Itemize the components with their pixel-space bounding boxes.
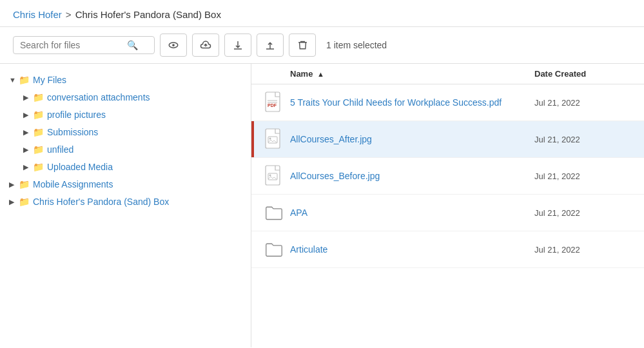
- sidebar-item-mobile-assignments[interactable]: ▶ 📁 Mobile Assignments: [6, 176, 244, 193]
- file-name: AllCourses_After.jpg: [290, 134, 372, 144]
- file-name-cell: AllCourses_After.jpg: [264, 128, 534, 151]
- cloud-icon: [199, 39, 212, 51]
- sidebar-label-submissions: Submissions: [47, 126, 98, 139]
- file-icon: PDF: [264, 91, 284, 114]
- delete-button[interactable]: [289, 34, 316, 57]
- sidebar-label-unfiled: unfiled: [47, 143, 73, 157]
- my-files-children: ▶ 📁 conversation attachments ▶ 📁 profile…: [6, 89, 244, 176]
- file-date: Jul 21, 2022: [534, 245, 631, 255]
- svg-rect-6: [266, 129, 280, 148]
- toolbar: 🔍 1 item selected: [0, 27, 644, 64]
- folder-icon-unfiled: 📁: [33, 143, 44, 157]
- file-icon: [264, 164, 284, 188]
- file-row[interactable]: APA Jul 21, 2022: [251, 195, 644, 231]
- selected-count: 1 item selected: [326, 40, 387, 50]
- sidebar-item-uploaded-media[interactable]: ▶ 📁 Uploaded Media: [21, 159, 244, 176]
- sidebar-label-uploaded: Uploaded Media: [47, 160, 113, 174]
- main-content: ▼ 📁 My Files ▶ 📁 conversation attachment…: [0, 64, 644, 347]
- breadcrumb-separator: >: [66, 9, 72, 20]
- date-column-header: Date Created: [534, 69, 631, 79]
- sidebar-item-submissions[interactable]: ▶ 📁 Submissions: [21, 124, 244, 141]
- name-column-header[interactable]: Name ▲: [290, 69, 534, 79]
- folder-icon-my-files: 📁: [19, 73, 30, 87]
- sidebar-item-conversation-attachments[interactable]: ▶ 📁 conversation attachments: [21, 89, 244, 106]
- file-name-cell: PDF 5 Traits Your Child Needs for Workpl…: [264, 91, 534, 114]
- breadcrumb: Chris Hofer > Chris Hofer's Pandora (San…: [0, 0, 644, 27]
- file-name: AllCourses_Before.jpg: [290, 171, 380, 181]
- sidebar-label-my-files: My Files: [33, 73, 66, 87]
- breadcrumb-current: Chris Hofer's Pandora (Sand) Box: [75, 9, 221, 20]
- caret-pandora: ▶: [9, 197, 15, 208]
- file-list: Name ▲ Date Created PDF 5 Traits Your Ch…: [251, 64, 644, 347]
- upload-button[interactable]: [257, 34, 284, 57]
- file-row[interactable]: AllCourses_Before.jpg Jul 21, 2022: [251, 158, 644, 195]
- upload-icon: [264, 39, 276, 51]
- view-button[interactable]: [160, 34, 187, 57]
- file-name: Articulate: [290, 244, 327, 255]
- file-icon: [264, 201, 284, 224]
- svg-point-11: [269, 175, 271, 177]
- folder-icon-submissions: 📁: [33, 126, 44, 139]
- folder-icon-pandora: 📁: [19, 195, 30, 209]
- sidebar-item-profile-pictures[interactable]: ▶ 📁 profile pictures: [21, 106, 244, 124]
- caret-uploaded: ▶: [23, 162, 30, 173]
- svg-point-1: [172, 44, 175, 46]
- caret-conv: ▶: [23, 92, 30, 103]
- file-name-cell: APA: [264, 201, 534, 224]
- file-list-header: Name ▲ Date Created: [251, 64, 644, 84]
- trash-icon: [297, 39, 308, 51]
- file-date: Jul 21, 2022: [534, 135, 631, 144]
- sidebar-label-conv: conversation attachments: [47, 91, 150, 104]
- file-row[interactable]: AllCourses_After.jpg Jul 21, 2022: [251, 121, 644, 158]
- file-date: Jul 21, 2022: [534, 171, 631, 181]
- file-row[interactable]: Articulate Jul 21, 2022: [251, 231, 644, 268]
- sort-arrow: ▲: [317, 70, 324, 78]
- sidebar-item-my-files[interactable]: ▼ 📁 My Files: [6, 72, 244, 89]
- sidebar-item-unfiled[interactable]: ▶ 📁 unfiled: [21, 141, 244, 159]
- sidebar-item-pandora-box[interactable]: ▶ 📁 Chris Hofer's Pandora (Sand) Box: [6, 193, 244, 211]
- breadcrumb-user-link[interactable]: Chris Hofer: [13, 9, 62, 20]
- search-box[interactable]: 🔍: [13, 36, 155, 54]
- caret-mobile: ▶: [9, 179, 15, 190]
- file-icon: [264, 238, 284, 261]
- file-name-cell: AllCourses_Before.jpg: [264, 164, 534, 188]
- file-name: APA: [290, 208, 307, 218]
- svg-point-8: [269, 138, 271, 140]
- sidebar-label-mobile: Mobile Assignments: [33, 178, 113, 191]
- folder-icon-conv: 📁: [33, 91, 44, 104]
- file-name: 5 Traits Your Child Needs for Workplace …: [290, 97, 502, 108]
- sidebar: ▼ 📁 My Files ▶ 📁 conversation attachment…: [0, 64, 251, 347]
- search-icon-small: 🔍: [127, 40, 138, 50]
- folder-icon-mobile: 📁: [19, 178, 30, 191]
- file-date: Jul 21, 2022: [534, 208, 631, 218]
- sidebar-label-profile: profile pictures: [47, 108, 106, 122]
- caret-submissions: ▶: [23, 127, 30, 138]
- file-date: Jul 21, 2022: [534, 98, 631, 108]
- caret-unfiled: ▶: [23, 144, 30, 155]
- folder-icon-profile: 📁: [33, 108, 44, 122]
- file-icon: [264, 128, 284, 151]
- file-name-cell: Articulate: [264, 238, 534, 261]
- svg-text:PDF: PDF: [268, 103, 277, 108]
- caret-profile: ▶: [23, 110, 30, 121]
- download-icon: [232, 39, 244, 51]
- svg-rect-2: [266, 92, 280, 111]
- download-button[interactable]: [224, 34, 251, 57]
- caret-my-files: ▼: [9, 75, 15, 86]
- svg-rect-9: [266, 166, 280, 185]
- file-row[interactable]: PDF 5 Traits Your Child Needs for Workpl…: [251, 84, 644, 121]
- eye-icon: [168, 39, 179, 51]
- search-input[interactable]: [20, 40, 123, 50]
- folder-icon-uploaded: 📁: [33, 160, 44, 174]
- file-rows-container: PDF 5 Traits Your Child Needs for Workpl…: [251, 84, 644, 268]
- cloud-button[interactable]: [192, 34, 219, 57]
- sidebar-label-pandora: Chris Hofer's Pandora (Sand) Box: [33, 195, 169, 209]
